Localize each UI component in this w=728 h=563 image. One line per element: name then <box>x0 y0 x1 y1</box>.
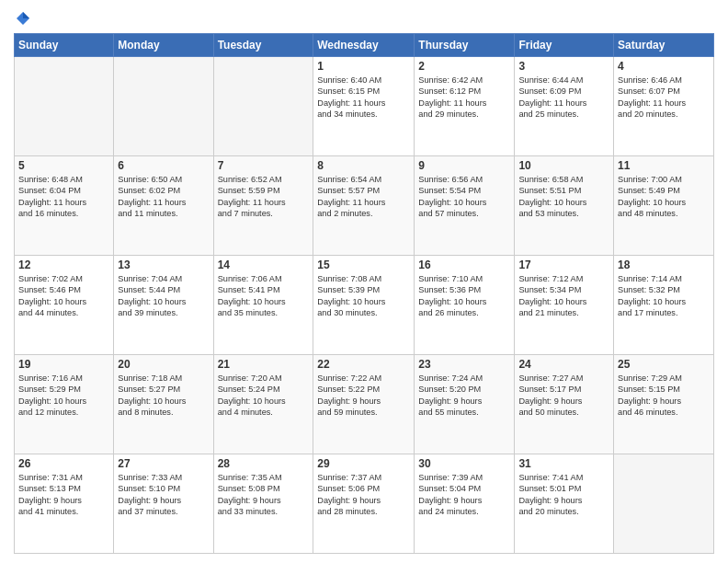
cell-info: Sunrise: 7:31 AM Sunset: 5:13 PM Dayligh… <box>18 472 109 518</box>
calendar-cell: 29Sunrise: 7:37 AM Sunset: 5:06 PM Dayli… <box>313 454 415 553</box>
day-number: 22 <box>317 358 410 371</box>
calendar-cell <box>15 56 114 155</box>
day-number: 5 <box>18 159 109 172</box>
weekday-saturday: Saturday <box>614 33 714 56</box>
calendar-cell: 11Sunrise: 7:00 AM Sunset: 5:49 PM Dayli… <box>614 155 714 255</box>
cell-info: Sunrise: 7:37 AM Sunset: 5:06 PM Dayligh… <box>317 472 410 518</box>
calendar-cell: 24Sunrise: 7:27 AM Sunset: 5:17 PM Dayli… <box>515 354 614 454</box>
day-number: 26 <box>18 457 109 470</box>
calendar-cell: 31Sunrise: 7:41 AM Sunset: 5:01 PM Dayli… <box>515 454 614 553</box>
day-number: 18 <box>618 259 710 271</box>
cell-info: Sunrise: 7:02 AM Sunset: 5:46 PM Dayligh… <box>18 273 109 319</box>
calendar-cell: 17Sunrise: 7:12 AM Sunset: 5:34 PM Dayli… <box>515 255 614 354</box>
cell-info: Sunrise: 7:16 AM Sunset: 5:29 PM Dayligh… <box>18 373 109 419</box>
day-number: 15 <box>317 259 410 271</box>
weekday-header-row: SundayMondayTuesdayWednesdayThursdayFrid… <box>15 33 714 56</box>
logo <box>14 9 31 26</box>
calendar-cell: 20Sunrise: 7:18 AM Sunset: 5:27 PM Dayli… <box>114 354 213 454</box>
day-number: 16 <box>418 259 510 271</box>
day-number: 12 <box>18 259 109 271</box>
day-number: 1 <box>317 60 410 73</box>
day-number: 13 <box>118 259 209 271</box>
day-number: 27 <box>118 457 209 470</box>
weekday-tuesday: Tuesday <box>213 33 313 56</box>
weekday-monday: Monday <box>114 33 213 56</box>
day-number: 3 <box>518 60 609 73</box>
day-number: 24 <box>518 358 609 371</box>
weekday-friday: Friday <box>515 33 614 56</box>
calendar-page: SundayMondayTuesdayWednesdayThursdayFrid… <box>0 0 728 563</box>
cell-info: Sunrise: 7:20 AM Sunset: 5:24 PM Dayligh… <box>218 373 310 419</box>
calendar-cell: 15Sunrise: 7:08 AM Sunset: 5:39 PM Dayli… <box>313 255 415 354</box>
week-row-1: 1Sunrise: 6:40 AM Sunset: 6:15 PM Daylig… <box>15 56 714 155</box>
day-number: 17 <box>518 259 609 271</box>
calendar-cell: 23Sunrise: 7:24 AM Sunset: 5:20 PM Dayli… <box>415 354 515 454</box>
logo-icon <box>15 10 31 27</box>
cell-info: Sunrise: 7:22 AM Sunset: 5:22 PM Dayligh… <box>317 373 410 419</box>
weekday-wednesday: Wednesday <box>313 33 415 56</box>
cell-info: Sunrise: 7:27 AM Sunset: 5:17 PM Dayligh… <box>518 373 609 419</box>
week-row-5: 26Sunrise: 7:31 AM Sunset: 5:13 PM Dayli… <box>15 454 714 553</box>
calendar-cell: 4Sunrise: 6:46 AM Sunset: 6:07 PM Daylig… <box>614 56 714 155</box>
cell-info: Sunrise: 7:33 AM Sunset: 5:10 PM Dayligh… <box>118 472 209 518</box>
week-row-2: 5Sunrise: 6:48 AM Sunset: 6:04 PM Daylig… <box>15 155 714 255</box>
calendar-cell: 8Sunrise: 6:54 AM Sunset: 5:57 PM Daylig… <box>313 155 415 255</box>
calendar-cell: 30Sunrise: 7:39 AM Sunset: 5:04 PM Dayli… <box>415 454 515 553</box>
day-number: 8 <box>317 159 410 172</box>
calendar-cell: 2Sunrise: 6:42 AM Sunset: 6:12 PM Daylig… <box>415 56 515 155</box>
cell-info: Sunrise: 7:10 AM Sunset: 5:36 PM Dayligh… <box>418 273 510 319</box>
cell-info: Sunrise: 7:35 AM Sunset: 5:08 PM Dayligh… <box>218 472 310 518</box>
day-number: 30 <box>418 457 510 470</box>
cell-info: Sunrise: 6:42 AM Sunset: 6:12 PM Dayligh… <box>418 75 510 121</box>
calendar-cell: 1Sunrise: 6:40 AM Sunset: 6:15 PM Daylig… <box>313 56 415 155</box>
page-header <box>14 9 714 26</box>
calendar-cell: 9Sunrise: 6:56 AM Sunset: 5:54 PM Daylig… <box>415 155 515 255</box>
calendar-cell <box>114 56 213 155</box>
calendar-cell <box>614 454 714 553</box>
calendar-cell <box>213 56 313 155</box>
cell-info: Sunrise: 7:06 AM Sunset: 5:41 PM Dayligh… <box>218 273 310 319</box>
cell-info: Sunrise: 6:44 AM Sunset: 6:09 PM Dayligh… <box>518 75 609 121</box>
day-number: 23 <box>418 358 510 371</box>
week-row-3: 12Sunrise: 7:02 AM Sunset: 5:46 PM Dayli… <box>15 255 714 354</box>
calendar-cell: 13Sunrise: 7:04 AM Sunset: 5:44 PM Dayli… <box>114 255 213 354</box>
day-number: 9 <box>418 159 510 172</box>
cell-info: Sunrise: 6:52 AM Sunset: 5:59 PM Dayligh… <box>218 174 310 220</box>
day-number: 14 <box>218 259 310 271</box>
cell-info: Sunrise: 7:00 AM Sunset: 5:49 PM Dayligh… <box>618 174 710 220</box>
calendar-table: SundayMondayTuesdayWednesdayThursdayFrid… <box>14 33 714 554</box>
calendar-cell: 19Sunrise: 7:16 AM Sunset: 5:29 PM Dayli… <box>15 354 114 454</box>
day-number: 4 <box>618 60 710 73</box>
svg-marker-1 <box>23 12 29 18</box>
day-number: 31 <box>518 457 609 470</box>
day-number: 7 <box>218 159 310 172</box>
calendar-cell: 18Sunrise: 7:14 AM Sunset: 5:32 PM Dayli… <box>614 255 714 354</box>
calendar-cell: 6Sunrise: 6:50 AM Sunset: 6:02 PM Daylig… <box>114 155 213 255</box>
calendar-cell: 27Sunrise: 7:33 AM Sunset: 5:10 PM Dayli… <box>114 454 213 553</box>
day-number: 19 <box>18 358 109 371</box>
day-number: 6 <box>118 159 209 172</box>
cell-info: Sunrise: 7:08 AM Sunset: 5:39 PM Dayligh… <box>317 273 410 319</box>
day-number: 29 <box>317 457 410 470</box>
calendar-cell: 10Sunrise: 6:58 AM Sunset: 5:51 PM Dayli… <box>515 155 614 255</box>
day-number: 20 <box>118 358 209 371</box>
weekday-sunday: Sunday <box>15 33 114 56</box>
calendar-cell: 7Sunrise: 6:52 AM Sunset: 5:59 PM Daylig… <box>213 155 313 255</box>
calendar-cell: 16Sunrise: 7:10 AM Sunset: 5:36 PM Dayli… <box>415 255 515 354</box>
cell-info: Sunrise: 6:40 AM Sunset: 6:15 PM Dayligh… <box>317 75 410 121</box>
cell-info: Sunrise: 7:29 AM Sunset: 5:15 PM Dayligh… <box>618 373 710 419</box>
cell-info: Sunrise: 7:41 AM Sunset: 5:01 PM Dayligh… <box>518 472 609 518</box>
day-number: 2 <box>418 60 510 73</box>
cell-info: Sunrise: 7:24 AM Sunset: 5:20 PM Dayligh… <box>418 373 510 419</box>
weekday-thursday: Thursday <box>415 33 515 56</box>
calendar-cell: 14Sunrise: 7:06 AM Sunset: 5:41 PM Dayli… <box>213 255 313 354</box>
calendar-cell: 22Sunrise: 7:22 AM Sunset: 5:22 PM Dayli… <box>313 354 415 454</box>
calendar-cell: 12Sunrise: 7:02 AM Sunset: 5:46 PM Dayli… <box>15 255 114 354</box>
cell-info: Sunrise: 6:48 AM Sunset: 6:04 PM Dayligh… <box>18 174 109 220</box>
cell-info: Sunrise: 7:39 AM Sunset: 5:04 PM Dayligh… <box>418 472 510 518</box>
day-number: 11 <box>618 159 710 172</box>
cell-info: Sunrise: 7:14 AM Sunset: 5:32 PM Dayligh… <box>618 273 710 319</box>
day-number: 10 <box>518 159 609 172</box>
cell-info: Sunrise: 7:12 AM Sunset: 5:34 PM Dayligh… <box>518 273 609 319</box>
calendar-cell: 3Sunrise: 6:44 AM Sunset: 6:09 PM Daylig… <box>515 56 614 155</box>
